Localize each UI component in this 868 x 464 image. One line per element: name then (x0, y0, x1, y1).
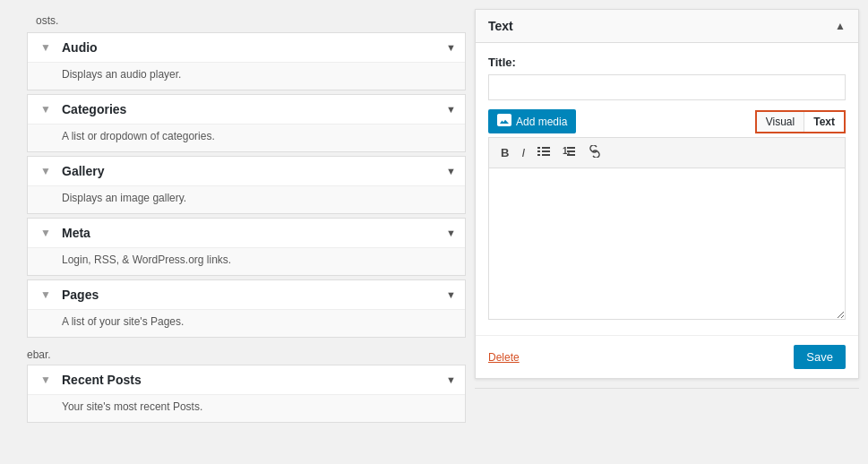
text-widget-header: Text ▲ (476, 10, 858, 43)
title-label: Title: (488, 56, 846, 69)
widget-audio-description: Displays an audio player. (28, 62, 465, 90)
add-media-button[interactable]: Add media (488, 109, 576, 133)
widget-recent-posts-chevron: ▼ (446, 374, 456, 385)
widget-handle-recent-posts: ▼ (37, 374, 55, 386)
chevron-down-icon: ▼ (40, 227, 51, 239)
widget-categories-description: A list or dropdown of categories. (28, 124, 465, 151)
widget-categories: ▼ Categories ▼ A list or dropdown of cat… (27, 94, 466, 152)
widget-handle-pages: ▼ (37, 288, 55, 301)
svg-rect-3 (542, 150, 550, 152)
chevron-down-icon: ▼ (40, 41, 51, 54)
widget-pages-description: A list of your site's Pages. (28, 309, 465, 337)
widget-meta-title: Meta (62, 226, 90, 240)
text-widget-title: Text (488, 19, 513, 33)
widget-pages-title: Pages (62, 288, 99, 302)
text-widget-body: Title: Add media Visual (476, 43, 858, 335)
bold-button[interactable]: B (496, 144, 513, 161)
link-button[interactable] (583, 143, 606, 162)
svg-rect-8 (567, 150, 575, 152)
widget-categories-title: Categories (62, 102, 126, 116)
text-widget-box: Text ▲ Title: Add media (475, 9, 859, 379)
left-panel: osts. ▼ Audio ▼ Displays an audio player… (0, 0, 466, 464)
widget-meta-header[interactable]: ▼ Meta ▼ (28, 219, 465, 247)
chevron-down-icon: ▼ (40, 288, 51, 301)
widget-handle-gallery: ▼ (37, 165, 55, 177)
widget-categories-header-left: ▼ Categories (37, 102, 126, 116)
widget-audio-title: Audio (62, 40, 98, 55)
widget-gallery-description: Displays an image gallery. (28, 185, 465, 213)
widget-handle-audio: ▼ (37, 41, 55, 54)
editor-toolbar-top: Add media Visual Text (488, 109, 846, 133)
widget-gallery-chevron: ▼ (446, 166, 456, 176)
ordered-list-button[interactable]: 1. (558, 143, 580, 162)
widget-audio-header[interactable]: ▼ Audio ▼ (28, 33, 465, 62)
tab-text[interactable]: Text (804, 112, 844, 132)
svg-rect-1 (542, 147, 550, 149)
widget-meta-header-left: ▼ Meta (37, 226, 90, 240)
widget-audio: ▼ Audio ▼ Displays an audio player. (27, 32, 466, 90)
widget-meta: ▼ Meta ▼ Login, RSS, & WordPress.org lin… (27, 218, 466, 276)
save-button[interactable]: Save (794, 345, 846, 369)
svg-rect-4 (537, 154, 540, 156)
editor-textarea[interactable] (488, 168, 846, 320)
chevron-down-icon: ▼ (40, 374, 51, 386)
right-panel: Text ▲ Title: Add media (466, 0, 868, 464)
widget-categories-header[interactable]: ▼ Categories ▼ (28, 95, 465, 124)
unordered-list-button[interactable] (533, 143, 554, 162)
partial-text-ebar: ebar. (27, 341, 466, 365)
widget-categories-chevron: ▼ (446, 104, 456, 115)
widget-gallery-header-left: ▼ Gallery (37, 164, 104, 178)
editor-format-bar: B I 1. (488, 137, 846, 168)
widget-recent-posts-title: Recent Posts (62, 373, 142, 387)
chevron-down-icon: ▼ (40, 103, 51, 116)
widget-gallery-title: Gallery (62, 164, 104, 178)
widget-gallery: ▼ Gallery ▼ Displays an image gallery. (27, 156, 466, 214)
widget-recent-posts-header-left: ▼ Recent Posts (37, 373, 142, 387)
widget-meta-chevron: ▼ (446, 228, 456, 238)
svg-rect-5 (542, 154, 550, 156)
widget-pages-header[interactable]: ▼ Pages ▼ (28, 280, 465, 309)
widget-pages-chevron: ▼ (446, 289, 456, 300)
svg-rect-9 (567, 154, 575, 156)
widget-audio-header-left: ▼ Audio (37, 40, 98, 55)
add-media-label: Add media (516, 116, 567, 128)
widget-recent-posts-header[interactable]: ▼ Recent Posts ▼ (28, 365, 465, 394)
collapse-icon[interactable]: ▲ (835, 20, 846, 32)
media-icon (497, 114, 511, 129)
partial-text-top: osts. (27, 9, 466, 32)
title-input[interactable] (488, 74, 846, 100)
bottom-divider (475, 388, 859, 397)
svg-rect-0 (537, 147, 540, 149)
tab-visual[interactable]: Visual (757, 112, 804, 132)
italic-button[interactable]: I (517, 144, 529, 161)
text-widget-footer: Delete Save (476, 335, 858, 378)
widget-handle-categories: ▼ (37, 103, 55, 116)
widget-handle-meta: ▼ (37, 227, 55, 239)
visual-text-tabs: Visual Text (755, 110, 846, 133)
chevron-down-icon: ▼ (40, 165, 51, 177)
svg-rect-2 (537, 150, 540, 152)
widget-audio-chevron: ▼ (446, 42, 456, 53)
widget-gallery-header[interactable]: ▼ Gallery ▼ (28, 157, 465, 185)
widget-pages: ▼ Pages ▼ A list of your site's Pages. (27, 279, 466, 338)
widget-recent-posts-description: Your site's most recent Posts. (28, 394, 465, 422)
delete-button[interactable]: Delete (488, 351, 520, 364)
widget-pages-header-left: ▼ Pages (37, 288, 99, 302)
svg-rect-7 (567, 147, 575, 149)
widget-meta-description: Login, RSS, & WordPress.org links. (28, 247, 465, 275)
widget-recent-posts: ▼ Recent Posts ▼ Your site's most recent… (27, 365, 466, 423)
